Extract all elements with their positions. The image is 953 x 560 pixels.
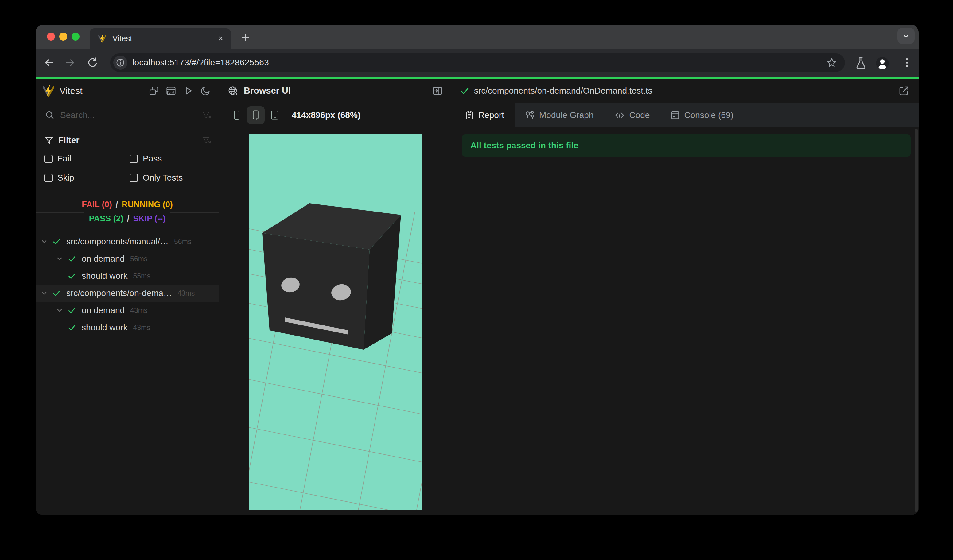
check-icon bbox=[66, 271, 78, 281]
menu-dots-icon[interactable] bbox=[901, 56, 913, 69]
clipboard-icon bbox=[465, 110, 474, 120]
check-icon bbox=[459, 86, 470, 96]
funnel-icon bbox=[44, 136, 53, 145]
search-input[interactable] bbox=[60, 110, 202, 120]
new-tab-button[interactable] bbox=[239, 32, 252, 44]
tab-module-graph[interactable]: Module Graph bbox=[515, 103, 604, 127]
forward-button[interactable] bbox=[64, 57, 76, 68]
tab-report[interactable]: Report bbox=[455, 103, 515, 127]
tree-row-test[interactable]: should work 55ms bbox=[36, 267, 219, 285]
back-button[interactable] bbox=[43, 57, 55, 68]
chevron-down-icon bbox=[901, 31, 911, 41]
open-external-icon[interactable] bbox=[898, 85, 910, 96]
chevron-down-icon[interactable] bbox=[53, 306, 66, 315]
tree-item-duration: 43ms bbox=[177, 289, 195, 298]
chevron-down-icon[interactable] bbox=[38, 237, 50, 246]
tab-label: Report bbox=[478, 110, 504, 120]
experiments-flask-icon[interactable] bbox=[855, 56, 867, 69]
address-bar[interactable]: localhost:5173/#/?file=1828625563 bbox=[110, 53, 845, 72]
search-icon bbox=[45, 110, 55, 120]
tree-item-duration: 55ms bbox=[133, 272, 150, 280]
tree-row-file[interactable]: src/components/manual/… 56ms bbox=[36, 233, 219, 250]
tree-item-duration: 43ms bbox=[130, 306, 147, 315]
tab-label: Module Graph bbox=[539, 110, 593, 120]
filter-section: Filter Fail bbox=[36, 127, 219, 185]
check-icon bbox=[66, 323, 78, 332]
traffic-lights bbox=[47, 33, 79, 40]
test-progress-bar bbox=[36, 77, 919, 79]
zoom-window-button[interactable] bbox=[71, 33, 79, 40]
scrollbar[interactable] bbox=[915, 129, 918, 512]
browser-tabstrip: Vitest bbox=[36, 25, 919, 48]
tree-item-duration: 56ms bbox=[174, 237, 191, 246]
checkbox[interactable] bbox=[44, 174, 53, 182]
tree-row-file-selected[interactable]: src/components/on-dema… 43ms bbox=[36, 285, 219, 302]
tree-item-label: src/components/manual/… bbox=[66, 237, 169, 247]
tab-console[interactable]: Console (69) bbox=[660, 103, 743, 127]
sidebar-header: Vitest bbox=[36, 79, 219, 103]
test-tree: src/components/manual/… 56ms on demand 5… bbox=[36, 233, 219, 336]
close-window-button[interactable] bbox=[47, 33, 55, 40]
checkbox-label: Fail bbox=[57, 154, 71, 164]
browser-tab-vitest[interactable]: Vitest bbox=[90, 28, 231, 48]
checkbox-label: Pass bbox=[143, 154, 162, 164]
tree-row-suite[interactable]: on demand 56ms bbox=[36, 250, 219, 267]
panel-right-icon[interactable] bbox=[432, 85, 443, 96]
pass-count: PASS (2) bbox=[89, 211, 123, 226]
sidebar: Vitest bbox=[36, 79, 219, 515]
robot-cube bbox=[262, 203, 401, 350]
checkbox[interactable] bbox=[130, 174, 138, 182]
vitest-favicon-icon bbox=[98, 34, 107, 43]
tree-row-test[interactable]: should work 43ms bbox=[36, 319, 219, 336]
check-icon bbox=[50, 289, 63, 298]
checkbox[interactable] bbox=[130, 155, 138, 163]
chevron-down-icon[interactable] bbox=[38, 289, 50, 298]
checkbox-label: Skip bbox=[57, 173, 74, 183]
tree-item-duration: 43ms bbox=[133, 324, 150, 332]
globe-icon bbox=[228, 86, 238, 96]
check-icon bbox=[66, 306, 78, 315]
filter-checkbox-fail[interactable]: Fail bbox=[44, 151, 130, 166]
device-phone-button[interactable] bbox=[228, 106, 245, 124]
filter-checkbox-skip[interactable]: Skip bbox=[44, 171, 130, 185]
tab-close-icon[interactable] bbox=[217, 34, 225, 42]
clear-search-filter-icon[interactable] bbox=[202, 110, 211, 120]
filter-title: Filter bbox=[58, 135, 79, 145]
reload-button[interactable] bbox=[87, 57, 98, 68]
tab-code[interactable]: Code bbox=[604, 103, 660, 127]
device-toolbar: 414x896px (68%) bbox=[219, 103, 454, 127]
clear-filter-icon[interactable] bbox=[202, 135, 211, 145]
tab-search-button[interactable] bbox=[897, 28, 915, 44]
filter-checkbox-pass[interactable]: Pass bbox=[130, 151, 211, 166]
tree-item-duration: 56ms bbox=[130, 255, 147, 263]
fail-count: FAIL (0) bbox=[82, 197, 112, 211]
url-text: localhost:5173/#/?file=1828625563 bbox=[132, 58, 269, 68]
tree-item-label: should work bbox=[82, 323, 127, 332]
tree-row-suite[interactable]: on demand 43ms bbox=[36, 302, 219, 319]
checkbox-label: Only Tests bbox=[143, 173, 183, 183]
site-info-icon[interactable] bbox=[113, 56, 127, 70]
tested-app-viewport[interactable] bbox=[249, 134, 422, 510]
tab-title: Vitest bbox=[112, 34, 132, 43]
dashboard-icon[interactable] bbox=[166, 85, 177, 96]
file-path: src/components/on-demand/OnDemand.test.t… bbox=[474, 86, 652, 96]
chevron-down-icon[interactable] bbox=[53, 254, 66, 263]
browser-ui-title: Browser UI bbox=[244, 86, 291, 96]
bookmark-star-icon[interactable] bbox=[827, 57, 837, 68]
device-tablet-button[interactable] bbox=[266, 106, 284, 124]
browser-toolbar: localhost:5173/#/?file=1828625563 bbox=[36, 48, 919, 77]
report-tabbar: Report Module Graph bbox=[455, 103, 919, 127]
profile-avatar[interactable] bbox=[875, 56, 889, 70]
tree-item-label: on demand bbox=[82, 254, 125, 264]
minimize-window-button[interactable] bbox=[59, 33, 67, 40]
vitest-logo-icon bbox=[42, 84, 55, 98]
device-phone-plus-button[interactable] bbox=[247, 106, 265, 124]
file-header: src/components/on-demand/OnDemand.test.t… bbox=[455, 79, 919, 103]
tab-label: Console (69) bbox=[684, 110, 733, 120]
filter-checkbox-only-tests[interactable]: Only Tests bbox=[130, 171, 211, 185]
checkbox[interactable] bbox=[44, 155, 53, 163]
dark-mode-moon-icon[interactable] bbox=[200, 85, 211, 96]
run-all-play-icon[interactable] bbox=[183, 85, 194, 96]
collapse-windows-icon[interactable] bbox=[148, 85, 159, 96]
module-graph-icon bbox=[525, 110, 535, 120]
